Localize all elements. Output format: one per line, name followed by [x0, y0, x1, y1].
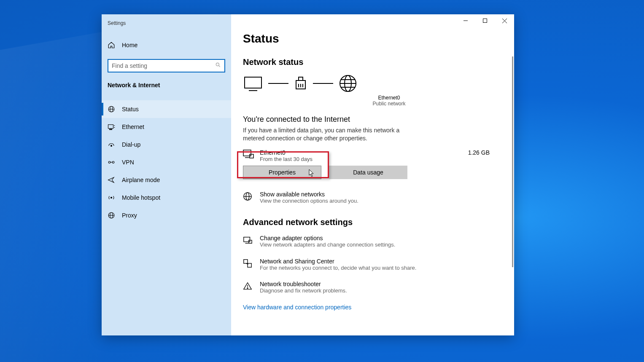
dialup-icon	[108, 141, 115, 148]
globe-icon	[339, 75, 357, 92]
nav-item-airplane[interactable]: Airplane mode	[102, 171, 231, 189]
option-sub: View the connection options around you.	[260, 198, 358, 205]
nav-item-ethernet[interactable]: Ethernet	[102, 118, 231, 136]
nav-item-proxy[interactable]: Proxy	[102, 206, 231, 224]
category-label: Network & Internet	[102, 72, 231, 95]
status-icon	[108, 105, 115, 113]
nav-item-label: VPN	[122, 159, 134, 166]
home-icon	[108, 41, 115, 49]
warning-icon	[243, 282, 252, 292]
connection-row: Ethernet0 From the last 30 days 1.26 GB	[243, 149, 502, 162]
svg-rect-24	[299, 77, 303, 80]
svg-rect-21	[245, 77, 261, 88]
proxy-icon	[108, 212, 115, 219]
option-title: Change adapter options	[260, 235, 395, 241]
option-title: Show available networks	[260, 191, 358, 198]
connection-sub: From the last 30 days	[260, 156, 462, 162]
connected-description: If you have a limited data plan, you can…	[243, 126, 403, 142]
svg-point-10	[108, 161, 110, 164]
hotspot-icon	[108, 194, 115, 201]
properties-button[interactable]: Properties	[243, 166, 321, 179]
svg-rect-5	[108, 125, 113, 129]
svg-point-9	[111, 145, 112, 147]
diagram-line	[268, 83, 288, 84]
nav-item-label: Airplane mode	[122, 177, 160, 183]
view-hardware-link[interactable]: View hardware and connection properties	[243, 304, 502, 311]
window-title: Settings	[102, 19, 231, 31]
search-icon	[215, 62, 221, 70]
connection-icon	[243, 149, 254, 161]
nav-item-label: Ethernet	[122, 123, 144, 130]
change-adapter-option[interactable]: Change adapter options View network adap…	[243, 235, 420, 249]
ethernet-icon	[108, 123, 115, 131]
svg-point-11	[112, 161, 114, 164]
advanced-heading: Advanced network settings	[243, 217, 502, 227]
svg-line-1	[219, 66, 220, 67]
show-networks-option[interactable]: Show available networks View the connect…	[243, 191, 420, 205]
page-title: Status	[243, 32, 502, 46]
option-sub: View network adapters and change connect…	[260, 241, 395, 249]
adapter-icon	[294, 76, 307, 91]
svg-rect-6	[110, 129, 112, 130]
vpn-icon	[108, 158, 115, 166]
connection-buttons: Properties Data usage	[243, 166, 502, 179]
sidebar: Settings Home Network & Internet Status	[102, 14, 231, 335]
search-input[interactable]	[112, 62, 215, 69]
sharing-center-option[interactable]: Network and Sharing Center For the netwo…	[243, 258, 420, 272]
sharing-icon	[243, 259, 252, 270]
globe-icon	[243, 192, 252, 203]
network-type: Public network	[276, 101, 502, 107]
nav-item-status[interactable]: Status	[102, 100, 231, 118]
svg-rect-42	[244, 259, 248, 263]
connected-heading: You're connected to the Internet	[243, 115, 502, 124]
nav-item-label: Mobile hotspot	[122, 194, 160, 201]
diagram-labels: Ethernet0 Public network	[276, 95, 502, 107]
search-box[interactable]	[108, 59, 225, 72]
nav-item-hotspot[interactable]: Mobile hotspot	[102, 189, 231, 206]
nav-item-label: Status	[122, 106, 139, 113]
svg-point-0	[216, 63, 219, 66]
nav-list: Status Ethernet Dial-up VPN	[102, 100, 231, 224]
content-area: Status Network status Ethernet0 Public n…	[231, 14, 514, 335]
home-label: Home	[122, 42, 137, 48]
home-nav[interactable]: Home	[102, 37, 231, 53]
main-pane: Status Network status Ethernet0 Public n…	[231, 14, 514, 335]
connection-name: Ethernet0	[260, 149, 462, 156]
option-sub: For the networks you connect to, decide …	[260, 265, 416, 272]
option-sub: Diagnose and fix network problems.	[260, 287, 347, 295]
adapter-name: Ethernet0	[276, 95, 502, 101]
option-title: Network troubleshooter	[260, 281, 347, 287]
option-title: Network and Sharing Center	[260, 258, 416, 265]
settings-window: Settings Home Network & Internet Status	[102, 14, 514, 335]
nav-item-label: Dial-up	[122, 141, 140, 148]
svg-point-13	[111, 197, 112, 198]
troubleshooter-option[interactable]: Network troubleshooter Diagnose and fix …	[243, 281, 420, 295]
adapter-icon	[243, 236, 252, 247]
network-diagram	[244, 75, 502, 92]
nav-item-label: Proxy	[122, 212, 137, 219]
computer-icon	[244, 75, 262, 91]
network-status-heading: Network status	[243, 57, 502, 67]
diagram-line	[313, 83, 333, 84]
scrollbar[interactable]	[512, 56, 513, 267]
nav-item-vpn[interactable]: VPN	[102, 153, 231, 171]
data-usage-value: 1.26 GB	[468, 149, 490, 156]
airplane-icon	[108, 176, 115, 184]
svg-point-46	[247, 288, 248, 289]
nav-item-dialup[interactable]: Dial-up	[102, 136, 231, 153]
data-usage-button[interactable]: Data usage	[329, 166, 407, 179]
